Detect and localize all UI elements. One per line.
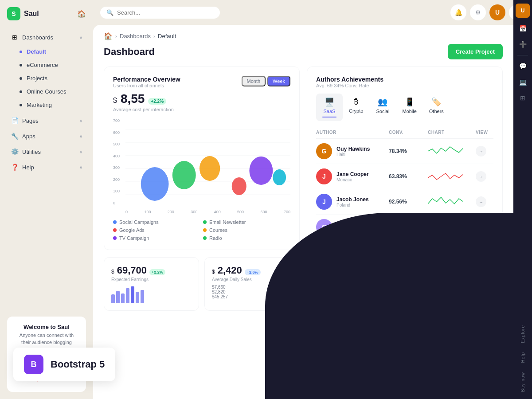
author-info: C Cody Fishers Mexico [316,219,385,235]
tab-others[interactable]: 🏷️ Others [423,94,450,121]
view-btn[interactable]: → [476,146,486,156]
breadcrumb-dashboards[interactable]: Dashboards [120,33,151,39]
rp-code-icon[interactable]: 💻 [516,75,530,89]
stat-dollar: $ [111,269,114,275]
view-btn[interactable]: → [476,196,486,207]
rp-add-icon[interactable]: ➕ [516,37,530,51]
legend-dot [203,236,207,240]
rp-grid-icon[interactable]: ⊞ [516,91,530,105]
sales-y-labels: $24K $20.5K [316,307,329,329]
x-labels: 0 100 200 300 400 500 600 700 [125,208,290,214]
sparkline-chart [428,195,463,208]
author-info: J Jacob Jones Poland [316,194,385,210]
period-month-tab[interactable]: Month [242,76,266,86]
right-content: Authors Achievements Avg. 69.34% Conv. R… [307,66,503,392]
stat-val: $ 2,420 +2.6% [212,265,292,276]
buy-now-label[interactable]: Buy now [520,368,525,395]
stats-row: $ 69,700 +2.2% Expected Earnings [104,257,300,311]
sales-amount: $ 14,094 [316,283,493,297]
others-icon: 🏷️ [431,97,441,107]
notifications-btn[interactable]: 🔔 [450,4,466,20]
cat-label-mobile: Mobile [402,109,416,114]
period-tabs: Month Week [242,76,291,86]
explore-label[interactable]: Explore [520,321,525,347]
tab-mobile[interactable]: 📱 Mobile [396,94,422,121]
legend-dot [203,220,207,224]
sub-label-default: Default [27,48,46,55]
create-project-button[interactable]: Create Project [448,44,503,59]
rp-calendar-icon[interactable]: 📅 [516,21,530,35]
sub-dot [20,51,22,53]
bar [116,291,120,303]
svg-point-17 [141,167,169,201]
sidebar-item-ecommerce[interactable]: eCommerce [4,59,90,71]
legend-tv-campaign: TV Campaign [113,235,200,241]
author-info: J Jane Cooper Monaco [316,168,385,184]
sales-y-label: $24K [316,307,329,312]
author-avatar: J [316,194,332,210]
stat-desc: Expected Earnings [111,277,192,282]
rp-avatar[interactable]: U [516,4,530,18]
search-icon: 🔍 [106,9,113,16]
period-week-tab[interactable]: Week [267,76,290,86]
sidebar-item-dashboards[interactable]: ⊞ Dashboards ∧ [4,30,90,45]
breadcrumb-home: 🏠 [104,32,113,40]
utilities-icon: ⚙️ [11,148,19,156]
settings-btn[interactable]: ⚙ [470,4,486,20]
pages-label: Pages [22,117,39,124]
bc-sep2: › [153,33,155,39]
tab-saas[interactable]: 🖥️ SaaS [316,94,343,121]
bar [111,294,115,303]
logo-group: S Saul [7,7,39,20]
sidebar-item-pages[interactable]: 📄 Pages ∨ [4,113,90,128]
legend-courses: Courses [203,227,290,233]
sales-dollar: $ [316,289,319,295]
user-avatar[interactable]: U [489,4,505,20]
perf-badge: +2.2% [148,98,166,105]
author-info: G Guy Hawkins Haiti [316,143,385,159]
page-title: Dashboard [104,46,155,58]
view-btn[interactable]: → [476,222,486,232]
utilities-label: Utilities [22,149,41,155]
sidebar-item-marketing[interactable]: Marketing [4,98,90,111]
right-side-panel: U 📅 ➕ 💬 💻 ⊞ Explore Help Buy now [513,0,532,399]
dashboards-label: Dashboards [22,34,53,41]
col-view: VIEW [476,130,493,135]
cat-label-crypto: Crypto [349,108,363,113]
tab-social[interactable]: 👥 Social [369,94,396,121]
help-label[interactable]: Help [520,348,525,367]
search-input[interactable] [117,9,214,16]
author-avatar: G [316,143,332,159]
sidebar-item-help[interactable]: ❓ Help ∨ [4,160,90,175]
active-indicator [322,117,336,117]
sidebar-item-apps[interactable]: 🔧 Apps ∨ [4,129,90,144]
sidebar-header: S Saul 🏠 [0,0,93,27]
sidebar-item-online-courses[interactable]: Online Courses [4,85,90,98]
category-tabs: 🖥️ SaaS ₿ Crypto 👥 Social 📱 Mobile [316,94,493,121]
sub-dot [20,90,22,93]
mini-bars [111,286,192,303]
search-box[interactable]: 🔍 [100,7,220,19]
author-country: Monaco [336,177,369,182]
sidebar-item-utilities[interactable]: ⚙️ Utilities ∨ [4,144,90,159]
svg-point-22 [273,169,286,185]
perf-title: Performance Overview [113,76,180,83]
sub-dot [20,77,22,80]
view-btn[interactable]: → [476,171,486,182]
sub-label-projects: Projects [27,75,47,82]
saas-icon: 🖥️ [325,97,334,107]
authors-sub: Avg. 69.34% Conv. Rate [316,83,493,88]
conv-val: 63.08% [389,224,424,230]
back-icon[interactable]: 🏠 [77,10,86,18]
author-country: Haiti [336,152,370,157]
legend-label: Courses [209,227,227,233]
author-row-cody: C Cody Fishers Mexico 63.08% → [316,215,493,239]
sales-mini-chart: $24K $20.5K [316,307,493,329]
rp-message-icon[interactable]: 💬 [516,59,530,73]
tab-crypto[interactable]: ₿ Crypto [343,94,369,121]
welcome-title: Welcome to Saul [14,324,79,330]
svg-point-20 [232,177,246,195]
legend-dot [113,220,117,224]
sidebar-item-default[interactable]: Default [4,45,90,58]
sidebar-item-projects[interactable]: Projects [4,72,90,85]
